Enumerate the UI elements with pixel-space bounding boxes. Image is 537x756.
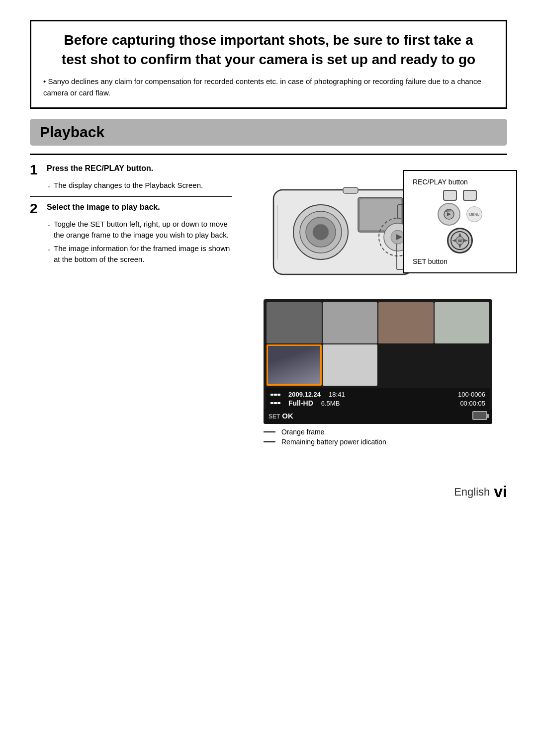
button-icons: REC MENU <box>413 190 507 253</box>
step-2-bullet-1: Toggle the SET button left, right, up or… <box>48 219 232 241</box>
step-1-number: 1 <box>30 163 41 177</box>
button-callout-box: REC/PLAY button <box>403 170 517 273</box>
header-title: Before capturing those important shots, … <box>43 30 494 69</box>
svg-point-4 <box>313 224 329 240</box>
orange-frame-callout: Orange frame <box>264 428 492 436</box>
orange-frame-label: Orange frame <box>281 428 324 436</box>
top-btn-row <box>443 190 477 201</box>
camera-btn <box>443 190 457 201</box>
mid-btn-row: REC MENU <box>438 203 482 226</box>
step-1-title: Press the REC/PLAY button. <box>47 163 153 174</box>
battery-icon <box>472 411 487 420</box>
camera-diagram-wrapper: REC/PLAY button <box>244 160 492 291</box>
info-row-1: 2009.12.24 18:41 100-0006 <box>270 391 485 398</box>
film-icon <box>270 394 280 396</box>
header-box: Before capturing those important shots, … <box>30 20 507 109</box>
set-label-text: SET <box>268 413 280 420</box>
thumbnail-grid <box>264 299 492 386</box>
set-ok-text: SET OK <box>268 412 293 420</box>
thumbnail-1 <box>267 302 322 343</box>
steps-column: 1 Press the REC/PLAY button. The display… <box>30 155 244 448</box>
section-heading: Playback <box>30 119 507 146</box>
step-2-bullet-2: The image information for the framed ima… <box>48 243 232 265</box>
footer-page: vi <box>494 483 507 501</box>
thumbnail-3 <box>378 302 434 343</box>
svg-rect-7 <box>343 187 358 193</box>
footer-language: English <box>454 486 490 499</box>
step-1-bullets: The display changes to the Playback Scre… <box>48 180 232 191</box>
info-bar: 2009.12.24 18:41 100-0006 Full-HD <box>266 388 490 409</box>
battery-label: Remaining battery power idication <box>281 438 386 446</box>
film-strip-top <box>270 394 280 396</box>
battery-callout: Remaining battery power idication <box>264 438 492 446</box>
main-content: 1 Press the REC/PLAY button. The display… <box>30 155 507 448</box>
info-file: 100-0006 <box>353 391 485 398</box>
callout-dash-1 <box>264 431 275 432</box>
step-divider <box>30 196 232 197</box>
set-label: SET button <box>413 257 507 265</box>
rec-play-btn[interactable]: REC <box>438 203 460 226</box>
thumbnail-4 <box>435 302 490 343</box>
thumbnail-5-selected <box>267 344 322 386</box>
step-1-bullet-1: The display changes to the Playback Scre… <box>48 180 232 191</box>
info-row-2: Full-HD 6.5MB 00:00:05 <box>270 399 485 407</box>
info-date: 2009.12.24 <box>288 391 321 398</box>
film-icon-2 <box>270 402 280 404</box>
step-1: 1 Press the REC/PLAY button. The display… <box>30 163 232 191</box>
step-2-number: 2 <box>30 202 41 216</box>
ok-label-text: OK <box>282 412 293 420</box>
info-format: Full-HD <box>288 399 313 407</box>
callout-labels: Orange frame Remaining battery power idi… <box>264 428 492 448</box>
set-btn-row: SET <box>447 228 473 253</box>
step-1-header: 1 Press the REC/PLAY button. <box>30 163 232 177</box>
info-duration: 00:00:05 <box>348 400 485 407</box>
step-2-title: Select the image to play back. <box>47 202 160 213</box>
thumbnail-2 <box>323 302 378 343</box>
info-time: 18:41 <box>329 391 345 398</box>
step-2-bullets: Toggle the SET button left, right, up or… <box>48 219 232 265</box>
info-size: 6.5MB <box>321 400 340 407</box>
step-2-header: 2 Select the image to play back. <box>30 202 232 216</box>
svg-text:SET: SET <box>458 239 465 243</box>
film-strip-bottom <box>270 402 280 404</box>
callout-box: REC/PLAY button <box>373 185 482 273</box>
svg-text:REC: REC <box>446 210 451 213</box>
set-ok-bar: SET OK <box>264 409 492 424</box>
thumbnail-6 <box>323 344 378 386</box>
callout-dash-2 <box>264 441 275 442</box>
page-wrapper: Before capturing those important shots, … <box>30 20 507 501</box>
rec-play-label: REC/PLAY button <box>413 178 507 186</box>
diagram-column: REC/PLAY button <box>244 155 507 448</box>
set-btn[interactable]: SET <box>447 228 473 253</box>
video-btn <box>463 190 477 201</box>
menu-btn[interactable]: MENU <box>466 206 482 222</box>
header-note: Sanyo declines any claim for compensatio… <box>43 76 494 98</box>
step-2: 2 Select the image to play back. Toggle … <box>30 202 232 265</box>
playback-screen: 2009.12.24 18:41 100-0006 Full-HD <box>264 299 492 424</box>
footer: English vi <box>30 478 507 501</box>
